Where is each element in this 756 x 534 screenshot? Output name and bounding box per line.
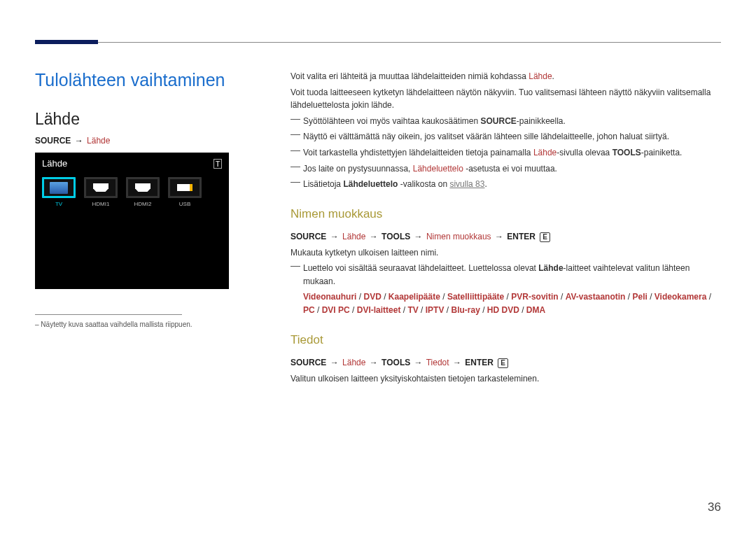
note-item: ― Voit tarkastella yhdistettyjen lähdela… [290, 146, 721, 160]
source-item-hdmi2: HDMI2 [125, 177, 161, 207]
menu-path-lahde: SOURCE → Lähde [35, 136, 262, 146]
source-menu-preview: Lähde T TV HDMI1 HDMI2 USB [35, 153, 229, 289]
info-description: Valitun ulkoisen laitteen yksityiskohtai… [290, 372, 721, 386]
source-item-hdmi1: HDMI1 [83, 177, 119, 207]
device-list: Videonauhuri / DVD / Kaapelipääte / Sate… [303, 290, 721, 316]
device-name: Kaapelipääte [388, 292, 440, 302]
page-83-link[interactable]: sivulla 83 [449, 179, 484, 189]
edit-name-heading: Nimen muokkaus [290, 205, 721, 223]
section-title: Lähde [35, 110, 262, 129]
hdmi-icon [84, 177, 118, 198]
intro-paragraph-2: Voit tuoda laitteeseen kytketyn lähdelai… [290, 86, 721, 112]
source-item-usb: USB [167, 177, 203, 207]
device-name: PC [303, 305, 315, 315]
menu-path-edit-name: SOURCE → Lähde → TOOLS → Nimen muokkaus … [290, 230, 721, 244]
device-name: Peli [632, 292, 647, 302]
intro-paragraph-1: Voit valita eri lähteitä ja muuttaa lähd… [290, 70, 721, 83]
edit-name-description: Mukauta kytketyn ulkoisen laitteen nimi. [290, 246, 721, 260]
preview-title: Lähde [42, 158, 67, 169]
note-item: ― Lisätietoja Lähdeluettelo -valikosta o… [290, 178, 721, 191]
footnote-divider [35, 314, 182, 315]
device-name: HD DVD [487, 305, 519, 315]
note-item: ― Syöttölähteen voi myös vaihtaa kaukosä… [290, 115, 721, 128]
hdmi-icon [126, 177, 160, 198]
device-name: DMA [526, 305, 545, 315]
tv-icon [42, 177, 76, 198]
preview-footnote: – Näytetty kuva saattaa vaihdella mallis… [35, 321, 262, 328]
device-name: IPTV [426, 305, 444, 315]
device-name: Satelliittipääte [447, 292, 504, 302]
path-source: SOURCE [35, 136, 71, 146]
device-name: Blu-ray [451, 305, 479, 315]
tools-icon: T [214, 159, 222, 169]
note-item: ― Luettelo voi sisältää seuraavat lähdel… [290, 262, 721, 316]
chapter-title: Tulolähteen vaihtaminen [35, 70, 262, 90]
preview-source-list: TV HDMI1 HDMI2 USB [35, 174, 229, 207]
device-name: AV-vastaanotin [566, 292, 626, 302]
note-item: ― Jos laite on pystysuunnassa, Lähdeluet… [290, 162, 721, 176]
accent-bar [35, 40, 98, 44]
preview-header: Lähde T [35, 153, 229, 174]
device-name: TV [407, 305, 418, 315]
device-name: DVD [363, 292, 381, 302]
device-name: DVI-laitteet [357, 305, 401, 315]
source-item-tv: TV [41, 177, 77, 207]
device-name: PVR-sovitin [511, 292, 558, 302]
note-item: ― Näyttö ei välttämättä näy oikein, jos … [290, 130, 721, 143]
enter-icon: E [498, 358, 508, 368]
menu-path-info: SOURCE → Lähde → TOOLS → Tiedot → ENTER … [290, 356, 721, 370]
enter-icon: E [540, 232, 550, 242]
info-heading: Tiedot [290, 331, 721, 349]
device-name: Videokamera [654, 292, 707, 302]
device-name: DVI PC [322, 305, 350, 315]
usb-icon [168, 177, 202, 198]
page-number: 36 [708, 500, 721, 514]
page-top-border [35, 42, 721, 43]
device-name: Videonauhuri [303, 292, 356, 302]
path-lahde: Lähde [87, 136, 110, 146]
top-rule [35, 42, 721, 43]
